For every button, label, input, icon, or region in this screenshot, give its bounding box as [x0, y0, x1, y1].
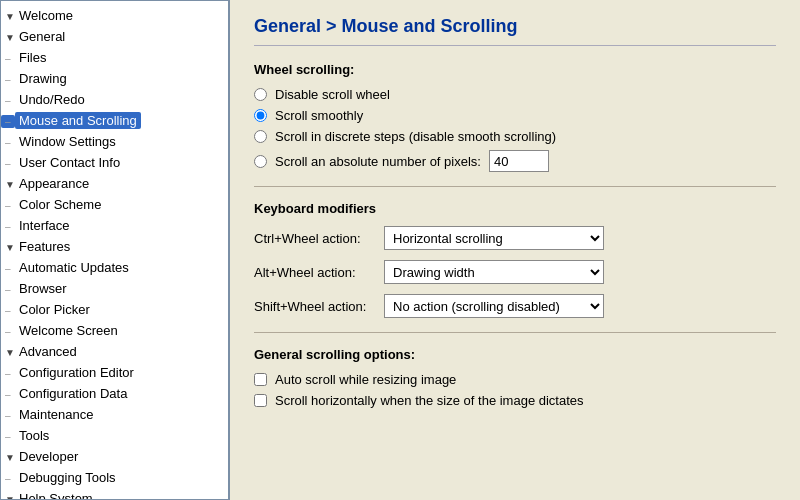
divider-2 [254, 332, 776, 333]
modifier-row-alt-wheel-action-: Alt+Wheel action:Drawing widthHorizontal… [254, 260, 776, 284]
modifier-label: Alt+Wheel action: [254, 265, 384, 280]
modifier-row-ctrl-wheel-action-: Ctrl+Wheel action:Horizontal scrollingVe… [254, 226, 776, 250]
sidebar-item-window-settings[interactable]: –Window Settings [1, 131, 228, 152]
expand-icon: – [1, 115, 15, 128]
modifier-row-shift-wheel-action-: Shift+Wheel action:No action (scrolling … [254, 294, 776, 318]
modifier-label: Shift+Wheel action: [254, 299, 384, 314]
radio-label-smooth: Scroll smoothly [275, 108, 363, 123]
sidebar-item-config-editor[interactable]: –Configuration Editor [1, 362, 228, 383]
checkbox-row-scroll-horizontally-when-the-s: Scroll horizontally when the size of the… [254, 393, 776, 408]
sidebar-item-maintenance[interactable]: –Maintenance [1, 404, 228, 425]
expand-icon: – [1, 283, 15, 296]
sidebar-item-label: Undo/Redo [15, 91, 89, 108]
pixels-spinbox[interactable] [489, 150, 549, 172]
sidebar-item-label: Browser [15, 280, 71, 297]
sidebar-item-files[interactable]: –Files [1, 47, 228, 68]
sidebar-item-debug-tools[interactable]: –Debugging Tools [1, 467, 228, 488]
sidebar-item-welcome[interactable]: ▼Welcome [1, 5, 228, 26]
divider-1 [254, 186, 776, 187]
expand-icon: ▼ [1, 10, 15, 23]
sidebar-item-label: Configuration Editor [15, 364, 138, 381]
sidebar-item-features[interactable]: ▼Features [1, 236, 228, 257]
expand-icon: – [1, 325, 15, 338]
page-title: General > Mouse and Scrolling [254, 16, 776, 46]
sidebar-item-advanced[interactable]: ▼Advanced [1, 341, 228, 362]
sidebar-item-label: Appearance [15, 175, 93, 192]
sidebar-item-label: Welcome [15, 7, 77, 24]
expand-icon: ▼ [1, 346, 15, 359]
radio-group-wheel: Disable scroll wheelScroll smoothlyScrol… [254, 87, 776, 172]
checkbox-label: Scroll horizontally when the size of the… [275, 393, 584, 408]
modifier-rows: Ctrl+Wheel action:Horizontal scrollingVe… [254, 226, 776, 318]
radio-label-disable: Disable scroll wheel [275, 87, 390, 102]
sidebar-item-developer[interactable]: ▼Developer [1, 446, 228, 467]
radio-discrete[interactable] [254, 130, 267, 143]
sidebar-item-color-picker[interactable]: –Color Picker [1, 299, 228, 320]
expand-icon: – [1, 409, 15, 422]
sidebar-item-drawing[interactable]: –Drawing [1, 68, 228, 89]
sidebar-item-label: Color Scheme [15, 196, 105, 213]
checkbox-input[interactable] [254, 373, 267, 386]
sidebar-item-color-scheme[interactable]: –Color Scheme [1, 194, 228, 215]
keyboard-modifiers-label: Keyboard modifiers [254, 201, 776, 216]
radio-disable[interactable] [254, 88, 267, 101]
modifier-label: Ctrl+Wheel action: [254, 231, 384, 246]
expand-icon: ▼ [1, 451, 15, 464]
sidebar-item-mouse-scrolling[interactable]: –Mouse and Scrolling [1, 110, 228, 131]
radio-absolute[interactable] [254, 155, 267, 168]
sidebar-item-tools[interactable]: –Tools [1, 425, 228, 446]
general-scrolling-label: General scrolling options: [254, 347, 776, 362]
sidebar-item-label: Mouse and Scrolling [15, 112, 141, 129]
sidebar-item-label: Developer [15, 448, 82, 465]
sidebar-item-label: Color Picker [15, 301, 94, 318]
checkbox-label: Auto scroll while resizing image [275, 372, 456, 387]
expand-icon: – [1, 430, 15, 443]
sidebar-item-help-system[interactable]: ▼Help System [1, 488, 228, 500]
expand-icon: – [1, 262, 15, 275]
sidebar-item-config-data[interactable]: –Configuration Data [1, 383, 228, 404]
sidebar-item-general[interactable]: ▼General [1, 26, 228, 47]
dropdown-alt-wheel-action-[interactable]: Drawing widthHorizontal scrollingVertica… [384, 260, 604, 284]
expand-icon: – [1, 136, 15, 149]
sidebar-item-label: Window Settings [15, 133, 120, 150]
expand-icon: – [1, 52, 15, 65]
sidebar-item-auto-updates[interactable]: –Automatic Updates [1, 257, 228, 278]
dropdown-ctrl-wheel-action-[interactable]: Horizontal scrollingVertical scrollingZo… [384, 226, 604, 250]
sidebar-item-label: Advanced [15, 343, 81, 360]
sidebar-item-interface[interactable]: –Interface [1, 215, 228, 236]
sidebar: ▼Welcome▼General–Files–Drawing–Undo/Redo… [0, 0, 230, 500]
sidebar-item-label: Features [15, 238, 74, 255]
sidebar-item-label: General [15, 28, 69, 45]
sidebar-item-label: Interface [15, 217, 74, 234]
radio-label-discrete: Scroll in discrete steps (disable smooth… [275, 129, 556, 144]
sidebar-item-label: Maintenance [15, 406, 97, 423]
sidebar-item-welcome-screen[interactable]: –Welcome Screen [1, 320, 228, 341]
sidebar-item-undoredo[interactable]: –Undo/Redo [1, 89, 228, 110]
radio-row-absolute: Scroll an absolute number of pixels: [254, 150, 776, 172]
checkbox-input[interactable] [254, 394, 267, 407]
sidebar-item-browser[interactable]: –Browser [1, 278, 228, 299]
expand-icon: – [1, 73, 15, 86]
radio-label-absolute: Scroll an absolute number of pixels: [275, 154, 481, 169]
sidebar-item-label: Files [15, 49, 50, 66]
sidebar-item-label: Help System [15, 490, 97, 500]
sidebar-item-label: Debugging Tools [15, 469, 120, 486]
expand-icon: – [1, 157, 15, 170]
sidebar-item-label: User Contact Info [15, 154, 124, 171]
sidebar-item-label: Drawing [15, 70, 71, 87]
expand-icon: ▼ [1, 241, 15, 254]
expand-icon: – [1, 199, 15, 212]
sidebar-item-label: Configuration Data [15, 385, 131, 402]
expand-icon: ▼ [1, 31, 15, 44]
sidebar-item-user-contact[interactable]: –User Contact Info [1, 152, 228, 173]
radio-row-smooth: Scroll smoothly [254, 108, 776, 123]
radio-smooth[interactable] [254, 109, 267, 122]
sidebar-item-appearance[interactable]: ▼Appearance [1, 173, 228, 194]
expand-icon: ▼ [1, 493, 15, 500]
checkbox-row-auto-scroll-while-resizing-ima: Auto scroll while resizing image [254, 372, 776, 387]
sidebar-item-label: Automatic Updates [15, 259, 133, 276]
dropdown-shift-wheel-action-[interactable]: No action (scrolling disabled)Horizontal… [384, 294, 604, 318]
scroll-options-section: General scrolling options: Auto scroll w… [254, 347, 776, 408]
sidebar-item-label: Tools [15, 427, 53, 444]
expand-icon: – [1, 472, 15, 485]
